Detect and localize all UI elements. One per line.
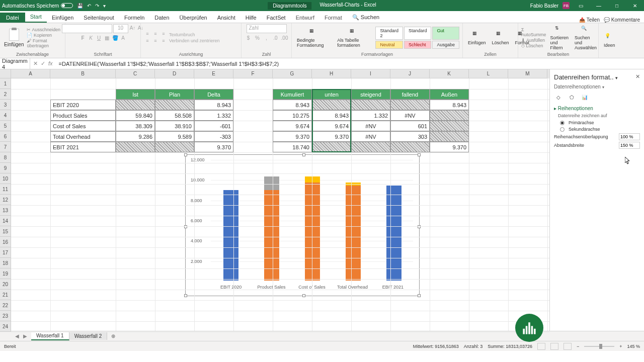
t1-plan-3[interactable]: 9.589 [155,131,194,142]
t1-ist-4[interactable] [116,142,155,152]
t1-plan-0[interactable] [155,100,194,110]
gap-width-input[interactable] [619,142,640,149]
t1-plan-4[interactable] [155,142,194,152]
t1-delta-0[interactable]: 8.943 [194,100,233,110]
tab-data[interactable]: Daten [149,13,174,23]
pane-subtitle[interactable]: Datenreihenoptionen ▾ [554,84,640,89]
row-header-16[interactable]: 16 [0,237,11,247]
delete-cells-button[interactable]: ▦Löschen [490,30,511,46]
autosum-button[interactable]: Σ AutoSumme [521,27,546,37]
fill-line-icon[interactable]: ◇ [554,93,563,102]
col-header-B[interactable]: B [50,69,116,78]
t1-label-3[interactable]: Total Overhead [50,131,116,142]
secondary-axis-radio[interactable] [560,127,565,132]
t2-r1c4[interactable] [430,110,469,121]
t1-label-4[interactable]: EBIT 2021 [50,142,116,152]
t2-r2c3[interactable]: 601 [390,121,430,131]
tab-view[interactable]: Ansicht [212,13,240,23]
tab-formulas[interactable]: Formeln [119,13,149,23]
comments-button[interactable]: 💬 Kommentare [604,17,640,23]
page-layout-view-icon[interactable] [550,343,558,350]
t1-delta-1[interactable]: 1.332 [194,110,233,121]
row-header-20[interactable]: 20 [0,279,11,290]
t1-label-0[interactable]: EBIT 2020 [50,100,116,110]
effects-icon[interactable]: ⬠ [567,93,576,102]
t2-r1c3[interactable]: #NV [390,110,430,121]
primary-axis-radio[interactable] [560,121,565,125]
style-output[interactable]: Ausgabe [432,41,459,49]
row-header-7[interactable]: 7 [0,142,11,152]
maximize-icon[interactable]: □ [610,3,624,9]
t2-r2c4[interactable] [430,121,469,131]
col-header-F[interactable]: F [233,69,273,78]
t2-r3c1[interactable]: 9.370 [312,131,351,142]
font-name-input[interactable] [62,24,112,33]
chart-bar-Cost of Sales-fallend[interactable] [305,176,320,183]
row-header-8[interactable]: 8 [0,152,11,163]
series-options-header[interactable]: ▸ Reihenoptionen [554,106,640,111]
t1-ist-0[interactable] [116,100,155,110]
t2-r1c2[interactable]: 1.332 [351,110,390,121]
merge-center-button[interactable]: Verbinden und zentrieren [169,38,220,43]
number-format-select[interactable]: Zahl [247,24,287,33]
style-bad[interactable]: Schlecht [404,41,432,49]
close-icon[interactable]: ✕ [628,3,642,9]
normal-view-icon[interactable] [537,343,545,350]
font-size-input[interactable]: 10 [113,24,128,33]
decrease-decimal-icon[interactable]: .00 [281,34,288,41]
autosave-toggle[interactable]: Automatisches Speichern [2,3,73,9]
format-painter-button[interactable]: 🖌 Format übertragen [27,38,62,48]
chart-bar-Cost of Sales-unten[interactable] [305,183,320,281]
qat-more-icon[interactable]: ▾ [103,3,106,9]
ideas-button[interactable]: 💡Ideen [602,32,617,49]
zoom-slider[interactable] [584,346,614,347]
tab-help[interactable]: Hilfe [240,13,262,23]
row-header-22[interactable]: 22 [0,300,11,311]
tab-insert[interactable]: Einfügen [47,13,78,23]
sheet-tab-1[interactable]: Wasserfall 1 [31,332,69,340]
ribbon-display-icon[interactable]: ▭ [574,3,588,9]
col-header-J[interactable]: J [390,69,430,78]
minimize-icon[interactable]: — [592,3,606,9]
t2-r2c1[interactable]: 9.674 [312,121,351,131]
t2-r3c3[interactable]: 303 [390,131,430,142]
t2-header-1[interactable]: unten [312,89,351,100]
tab-file[interactable]: Datei [0,13,25,23]
row-header-21[interactable]: 21 [0,290,11,300]
overlap-input[interactable] [619,133,640,140]
t1-plan-2[interactable]: 38.910 [155,121,194,131]
chart-bar-EBIT 2020-Außen[interactable] [223,190,238,281]
t1-ist-1[interactable]: 59.840 [116,110,155,121]
col-header-M[interactable]: M [508,69,547,78]
chart-bar-Product Sales-unten[interactable] [264,190,279,281]
t2-header-2[interactable]: steigend [351,89,390,100]
col-header-H[interactable]: H [312,69,351,78]
row-header-12[interactable]: 12 [0,195,11,205]
t2-r0c4[interactable]: 8.943 [430,100,469,110]
chart-bar-Product Sales-steigend[interactable] [264,176,279,190]
worksheet[interactable]: ABCDEFGHIJKLM 12345678910111213141516171… [0,69,644,331]
name-box[interactable]: Diagramm 4 [0,58,30,69]
align-top-icon[interactable]: ≡ [144,31,151,37]
comma-icon[interactable]: , [263,34,270,41]
row-header-10[interactable]: 10 [0,173,11,184]
redo-icon[interactable]: ↷ [95,3,99,9]
zoom-in-icon[interactable]: + [619,344,622,349]
row-header-24[interactable]: 24 [0,321,11,332]
style-standard2[interactable]: Standard 2 [375,27,403,40]
t1-ist-3[interactable]: 9.286 [116,131,155,142]
t2-header-3[interactable]: fallend [390,89,430,100]
t2-r2c0[interactable]: 9.674 [273,121,312,131]
border-button[interactable]: ▦ [104,34,111,41]
row-header-17[interactable]: 17 [0,247,11,258]
col-header-D[interactable]: D [155,69,194,78]
t2-r2c2[interactable]: #NV [351,121,390,131]
increase-decimal-icon[interactable]: .0 [272,34,279,41]
next-sheet-icon[interactable]: ▶ [23,333,27,339]
t1-delta-4[interactable]: 9.370 [194,142,233,152]
t1-header-2[interactable]: Delta [194,89,233,100]
add-sheet-icon[interactable]: ⊕ [107,332,119,340]
style-standard[interactable]: Standard [404,27,432,40]
currency-icon[interactable]: $ [245,34,252,41]
zoom-level[interactable]: 145 % [627,344,640,349]
